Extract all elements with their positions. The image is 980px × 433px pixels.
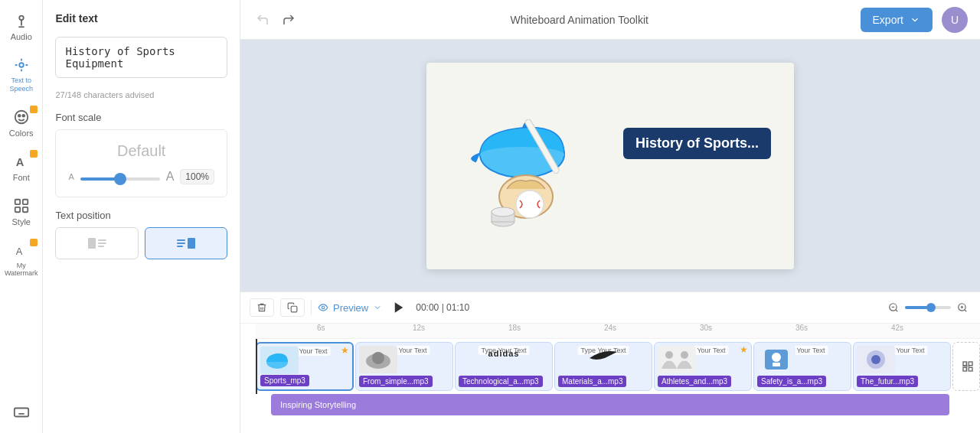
trash-icon [256,302,267,313]
svg-point-47 [871,355,880,364]
svg-point-4 [22,114,24,116]
svg-rect-9 [23,207,28,211]
text-position-label: Text position [55,210,227,221]
zoom-slider-track [905,306,951,309]
font-scale-box: Default A A 100% [55,129,227,197]
svg-point-1 [19,63,24,67]
clip-5[interactable]: ★ Type Your Text Athletes_and...mp3 [654,342,752,391]
text-position-row [55,227,227,259]
ruler-6s: 6s [317,324,325,332]
audio-track-label: Inspiring Storytelling [280,400,356,409]
sidebar-item-audio[interactable]: Audio [1,6,42,47]
position-right-button[interactable] [145,227,227,259]
audio-track: Inspiring Storytelling [271,394,949,415]
zoom-slider-thumb [926,303,936,312]
nike-logo-icon [590,349,617,361]
redo-button[interactable] [279,10,299,30]
sidebar-label-watermark: My Watermark [4,262,39,278]
sidebar-item-colors[interactable]: Colors [1,103,42,144]
svg-rect-14 [98,243,106,244]
svg-point-3 [18,114,21,116]
svg-line-32 [896,310,898,312]
svg-rect-45 [773,363,780,366]
sidebar-label-audio: Audio [11,32,32,41]
sidebar-item-style[interactable]: Style [1,191,42,233]
zoom-in-button[interactable] [954,299,971,316]
clip-4[interactable]: Type Your Text Materials_a...mp3 [554,342,652,391]
font-scale-label: Font scale [55,112,227,123]
sidebar: Audio Text to Speech Colors A Font Style… [0,0,43,433]
svg-line-35 [965,310,967,312]
audio-track-container: Inspiring Storytelling [240,394,980,418]
right-panel-buttons [959,357,977,376]
clip-7-label: The_futur...mp3 [857,376,918,387]
slider-max-label: A [166,170,175,184]
svg-rect-13 [98,239,106,241]
clip-2[interactable]: Type Your Text From_simple...mp3 [355,342,453,391]
sidebar-label-font: Font [13,173,30,182]
font-scale-slider[interactable] [80,177,160,181]
svg-rect-15 [98,246,104,247]
export-label: Export [873,14,903,26]
clip-3[interactable]: Type Your Text adidas Technological_a...… [455,342,553,391]
copy-icon [287,302,298,313]
canvas-text-overlay: History of Sports... [623,128,771,159]
svg-point-0 [19,16,24,20]
ruler-18s: 18s [508,324,521,332]
svg-point-40 [372,352,384,364]
canvas-area: History of Sports... [240,40,980,291]
ruler-12s: 12s [413,324,425,332]
sidebar-item-tts[interactable]: Text to Speech [1,50,42,99]
preview-eye-icon [318,302,328,313]
zoom-slider-fill [905,306,928,309]
preview-control: Preview [318,302,382,314]
clip-1-star: ★ [341,345,349,356]
svg-text:A: A [15,245,22,256]
undo-redo-group [253,10,299,30]
undo-button[interactable] [253,10,273,30]
panel-expand-button[interactable] [959,357,977,376]
expand-icon [962,360,974,373]
panel-title: Edit text [55,12,227,24]
svg-point-44 [772,353,781,362]
text-input[interactable]: History of Sports Equipment [55,37,227,78]
delete-clip-button[interactable] [250,298,274,317]
canvas-frame: History of Sports... [426,63,794,269]
left-panel: Edit text History of Sports Equipment 27… [43,0,240,433]
main-area: Whiteboard Animation Toolkit Export U [240,0,980,433]
clip-7[interactable]: Type Your Text The_futur...mp3 [853,342,951,391]
svg-rect-16 [177,239,185,241]
svg-marker-30 [395,302,403,313]
ruler-30s: 30s [700,324,712,332]
zoom-in-icon [957,302,968,313]
duplicate-clip-button[interactable] [280,298,305,317]
slider-container [80,170,160,184]
slider-row: A A 100% [68,169,214,184]
timeline-area: Preview 00:00 | 01:10 [240,291,980,433]
svg-rect-51 [969,367,972,371]
time-total: 01:10 [446,302,469,313]
redo-icon [282,13,296,27]
sports-illustration [457,86,610,239]
time-display: 00:00 | 01:10 [416,302,469,313]
sidebar-label-style: Style [11,217,30,226]
sidebar-item-keyboard[interactable] [1,398,42,427]
time-current: 00:00 [416,302,439,313]
svg-rect-48 [963,362,967,366]
play-icon [392,301,406,314]
clip-1[interactable]: ★ Type Your Text 7s Sports_mp3 [256,342,354,391]
export-button[interactable]: Export [861,8,933,32]
svg-rect-7 [23,199,28,203]
play-button[interactable] [388,297,410,318]
position-left-button[interactable] [55,227,138,259]
clip-6[interactable]: Type Your Text Safety_is_a...mp3 [753,342,851,391]
clip-5-label: Athletes_and...mp3 [658,376,731,387]
zoom-out-button[interactable] [885,299,902,316]
svg-point-2 [15,110,28,123]
preview-label: Preview [333,302,368,314]
sidebar-item-font[interactable]: A Font [1,147,42,188]
avatar[interactable]: U [942,7,968,33]
svg-rect-19 [188,238,195,249]
svg-rect-49 [969,362,972,366]
sidebar-item-watermark[interactable]: A My Watermark [1,236,42,285]
